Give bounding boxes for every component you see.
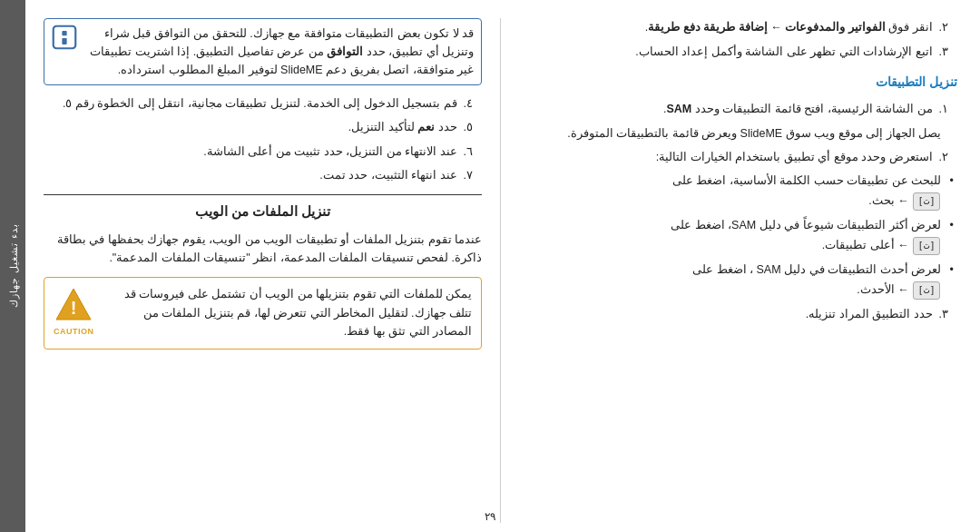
apps-step-3-text: حدد التطبيق المراد تنزيله. [806, 308, 933, 320]
side-tab-label: بدء تشغيل جهازك [7, 223, 19, 308]
right-item-3-text: اتبع الإرشادات التي تظهر على الشاشة وأكم… [635, 45, 932, 58]
main-content: قد لا تكون بعض التطبيقات متوافقة مع جهاز… [25, 0, 980, 532]
step-4: ٤. قم بتسجيل الدخول إلى الخدمة. لتنزيل ت… [44, 94, 482, 113]
right-item-2-num: ٢. [933, 21, 948, 34]
svg-rect-2 [62, 38, 66, 44]
left-column: قد لا تكون بعض التطبيقات متوافقة مع جهاز… [34, 18, 501, 523]
apps-section-title: تنزيل التطبيقات [519, 72, 957, 94]
caution-text-content: يمكن للملفات التي تقوم بتنزيلها من الويب… [124, 288, 472, 338]
step-6-num: ٦. [457, 145, 473, 158]
step-6: ٦. عند الانتهاء من التنزيل، حدد تثبيت من… [44, 143, 482, 162]
notice-bold: التوافق [327, 45, 363, 58]
step-5: ٥. حدد نعم لتأكيد التنزيل. [44, 118, 482, 137]
caution-box: ! CAUTION يمكن للملفات التي تقوم بتنزيله… [44, 277, 482, 350]
bullet-3: لعرض أحدث التطبيقات في دليل SAM ، اضغط ع… [519, 261, 957, 300]
page-container: بدء تشغيل جهازك قد لا تكون بعض التطبيقات… [0, 0, 980, 532]
caution-text: يمكن للملفات التي تقوم بتنزيلها من الويب… [103, 285, 473, 341]
apps-step-2-num: ٢. [933, 151, 948, 163]
section2-title: تنزيل الملفات من الويب [44, 201, 482, 223]
apps-step-3-num: ٣. [933, 308, 948, 320]
key-btn-3: [ت] [913, 281, 940, 300]
section2-body-text: عندما تقوم بتنزيل الملفات أو تطبيقات الو… [57, 233, 482, 265]
svg-text:!: ! [71, 298, 77, 318]
notice-icon [52, 25, 77, 50]
step-7: ٧. عند انتهاء التثبيت، حدد تمت. [44, 166, 482, 185]
key-btn-2: [ت] [913, 237, 940, 256]
notice-text: قد لا تكون بعض التطبيقات متوافقة مع جهاز… [84, 25, 474, 79]
key-btn-1: [ت] [913, 192, 940, 212]
side-tab: بدء تشغيل جهازك [0, 0, 25, 532]
notice-box: قد لا تكون بعض التطبيقات متوافقة مع جهاز… [44, 18, 482, 85]
right-item-2: ٢. انقر فوق الفواتير والمدفوعات ← إضافة … [519, 18, 957, 37]
right-item-3: ٣. اتبع الإرشادات التي تظهر على الشاشة و… [519, 43, 957, 62]
step-7-text: عند انتهاء التثبيت، حدد تمت. [319, 169, 456, 182]
right-item-3-num: ٣. [933, 45, 948, 58]
step-4-num: ٤. [457, 97, 473, 110]
step-6-text: عند الانتهاء من التنزيل، حدد تثبيت من أع… [203, 145, 456, 158]
apps-step-2-text: استعرض وحدد موقع أي تطبيق باستخدام الخيا… [656, 151, 933, 163]
apps-step-1-num: ١. [933, 103, 948, 115]
right-column: ٢. انقر فوق الفواتير والمدفوعات ← إضافة … [501, 18, 971, 523]
bullet-1: للبحث عن تطبيقات حسب الكلمة الأساسية، اض… [519, 172, 957, 211]
caution-icon: ! CAUTION [54, 287, 94, 339]
svg-rect-0 [54, 26, 76, 49]
caution-label: CAUTION [54, 325, 94, 339]
section2-title-text: تنزيل الملفات من الويب [195, 204, 330, 219]
apps-step-1-extra: يصل الجهاز إلى موقع ويب سوق SlideME ويعر… [519, 124, 957, 143]
right-item-2-text: انقر فوق الفواتير والمدفوعات ← إضافة طري… [645, 21, 933, 34]
apps-step-2: ٢. استعرض وحدد موقع أي تطبيق باستخدام ال… [519, 148, 957, 167]
apps-step-1-text: من الشاشة الرئيسية، افتح قائمة التطبيقات… [663, 103, 933, 115]
step-4-text: قم بتسجيل الدخول إلى الخدمة. لتنزيل تطبي… [63, 97, 457, 110]
svg-rect-1 [62, 31, 66, 35]
section2-body: عندما تقوم بتنزيل الملفات أو تطبيقات الو… [44, 231, 482, 268]
step-5-text: حدد نعم لتأكيد التنزيل. [348, 121, 457, 133]
section-divider [44, 194, 482, 195]
apps-step-1: ١. من الشاشة الرئيسية، افتح قائمة التطبي… [519, 100, 957, 119]
step-5-num: ٥. [457, 121, 473, 133]
step-7-num: ٧. [457, 169, 473, 182]
bullet-2: لعرض أكثر التطبيقات شيوعاً في دليل SAM، … [519, 216, 957, 255]
apps-step-3: ٣. حدد التطبيق المراد تنزيله. [519, 305, 957, 324]
page-number: ٢٩ [485, 510, 495, 523]
